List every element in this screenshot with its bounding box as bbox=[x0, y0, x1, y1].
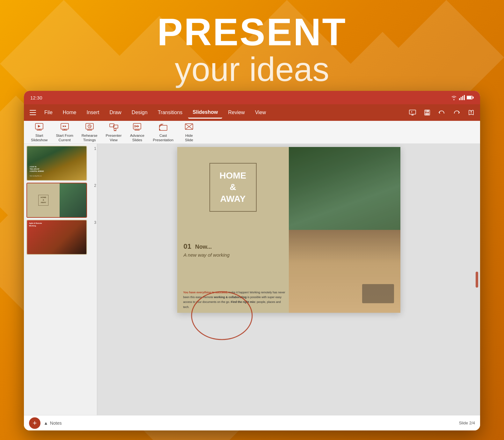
cast-presentation-icon bbox=[158, 122, 168, 132]
slide-subtitle: A new way of working bbox=[184, 252, 230, 258]
start-slideshow-label: StartSlideshow bbox=[31, 134, 47, 143]
svg-rect-14 bbox=[461, 97, 462, 100]
undo-icon[interactable] bbox=[436, 107, 448, 118]
redo-icon[interactable] bbox=[451, 107, 462, 118]
add-slide-button[interactable]: + bbox=[29, 417, 40, 429]
rehearse-timings-icon bbox=[84, 122, 95, 132]
advance-slides-icon bbox=[132, 122, 142, 132]
notes-label-text: Notes bbox=[50, 421, 62, 426]
hide-slide-button[interactable]: HideSlide bbox=[178, 120, 200, 144]
scroll-handle[interactable] bbox=[476, 272, 478, 288]
main-slide-content: HOME & AWAY 01 Now... A new way of worki… bbox=[177, 147, 400, 313]
slide-view: HOME & AWAY 01 Now... A new way of worki… bbox=[97, 144, 480, 415]
svg-marker-32 bbox=[63, 125, 64, 127]
menu-bar: File Home Insert Draw Design Transitions… bbox=[24, 104, 480, 121]
hero-subtitle: your ideas bbox=[0, 51, 504, 88]
slide-thumb-3[interactable]: 3 Agile & RemoteWorking bbox=[26, 220, 94, 255]
svg-rect-18 bbox=[467, 96, 471, 99]
menu-tab-slideshow[interactable]: Slideshow bbox=[188, 107, 222, 119]
device-frame: 12:30 bbox=[24, 91, 480, 430]
slide-subtitle-wrapper: A new way of working bbox=[184, 252, 230, 258]
svg-rect-50 bbox=[135, 130, 140, 130]
svg-rect-20 bbox=[409, 110, 416, 114]
presenter-view-button[interactable]: PresenterView bbox=[102, 120, 126, 144]
book-icon[interactable] bbox=[465, 107, 477, 118]
slide-left-panel: HOME & AWAY 01 Now... A new way of worki… bbox=[177, 147, 289, 313]
notes-toggle[interactable]: ▲ Notes bbox=[44, 421, 62, 426]
menu-tab-transitions[interactable]: Transitions bbox=[153, 107, 187, 118]
presenter-view-icon bbox=[109, 122, 119, 132]
menu-tab-design[interactable]: Design bbox=[127, 107, 152, 118]
hero-title: PRESENT bbox=[0, 13, 504, 51]
slide-img-2: HOME&AWAY bbox=[26, 183, 87, 218]
slide-section-header: 01 Now... bbox=[184, 242, 212, 251]
menu-tab-draw[interactable]: Draw bbox=[105, 107, 126, 118]
svg-rect-24 bbox=[425, 113, 429, 115]
svg-marker-33 bbox=[65, 125, 66, 127]
body-highlight: You have everything to succeed, bbox=[183, 291, 228, 294]
svg-line-39 bbox=[90, 126, 91, 127]
save-icon[interactable] bbox=[421, 107, 433, 118]
slides-panel: 1 A DAY INTHE LIFE OFA DIGITAL NOMADVisi… bbox=[24, 144, 97, 415]
presenter-view-label: PresenterView bbox=[106, 134, 122, 143]
body-bold1: working & bbox=[214, 296, 228, 299]
slide-title-box: HOME & AWAY bbox=[209, 163, 257, 212]
start-from-current-button[interactable]: Start FromCurrent bbox=[52, 120, 77, 144]
menu-tab-file[interactable]: File bbox=[40, 107, 57, 118]
svg-rect-13 bbox=[459, 98, 460, 100]
notes-arrow-icon: ▲ bbox=[44, 421, 48, 426]
start-slideshow-button[interactable]: StartSlideshow bbox=[27, 120, 51, 144]
slide-num-1: 1 bbox=[94, 146, 96, 151]
slide-num-3: 3 bbox=[94, 220, 96, 225]
svg-marker-28 bbox=[38, 125, 40, 128]
slide-img-3: Agile & RemoteWorking bbox=[26, 220, 87, 255]
body-mid: collaborating bbox=[229, 296, 247, 299]
advance-slides-button[interactable]: AdvanceSlides bbox=[126, 120, 148, 144]
battery-icon bbox=[467, 95, 474, 100]
slide-num-2: 2 bbox=[94, 183, 96, 188]
hide-slide-label: HideSlide bbox=[185, 134, 193, 143]
status-bar: 12:30 bbox=[24, 91, 480, 104]
svg-rect-34 bbox=[62, 130, 67, 130]
svg-rect-19 bbox=[473, 97, 474, 99]
slide-title-line1: HOME bbox=[220, 170, 246, 181]
body-bold2: Find the right mix: bbox=[231, 300, 256, 304]
menu-tab-insert[interactable]: Insert bbox=[82, 107, 104, 118]
svg-point-52 bbox=[159, 129, 160, 130]
svg-rect-40 bbox=[87, 130, 92, 130]
present-mode-icon[interactable] bbox=[407, 107, 418, 118]
hamburger-menu[interactable] bbox=[27, 107, 39, 118]
slide-thumb-2[interactable]: 2 HOME&AWAY bbox=[26, 183, 94, 218]
toolbar: StartSlideshow Start FromCurrent bbox=[24, 121, 480, 144]
slide-counter: Slide 2/4 bbox=[459, 421, 475, 425]
slide-title-line2: & bbox=[220, 181, 246, 193]
slide-body-section: You have everything to succeed, make it … bbox=[182, 290, 287, 310]
slide-body-text: You have everything to succeed, make it … bbox=[182, 290, 287, 310]
time-display: 12:30 bbox=[30, 95, 42, 100]
svg-rect-29 bbox=[37, 130, 42, 130]
cast-presentation-button[interactable]: CastPresentation bbox=[149, 120, 177, 144]
slide-thumb-1[interactable]: 1 A DAY INTHE LIFE OFA DIGITAL NOMADVisi… bbox=[26, 146, 94, 181]
rehearse-timings-button[interactable]: RehearseTimings bbox=[78, 120, 101, 144]
slide-img-1: A DAY INTHE LIFE OFA DIGITAL NOMADVisit … bbox=[26, 146, 87, 181]
menu-tab-home[interactable]: Home bbox=[58, 107, 81, 118]
rehearse-timings-label: RehearseTimings bbox=[82, 134, 98, 143]
status-icons bbox=[451, 95, 474, 100]
signal-icon bbox=[459, 95, 465, 100]
photo-overlay bbox=[289, 147, 400, 313]
hide-slide-icon bbox=[184, 122, 194, 132]
menu-tab-review[interactable]: Review bbox=[223, 107, 249, 118]
start-from-current-label: Start FromCurrent bbox=[56, 134, 73, 143]
slide-section-num: 01 bbox=[184, 242, 191, 251]
cast-presentation-label: CastPresentation bbox=[153, 134, 173, 143]
slide-title-line3: AWAY bbox=[220, 193, 246, 205]
menu-right-icons bbox=[407, 107, 477, 118]
svg-rect-16 bbox=[464, 95, 465, 100]
slide-section-label: Now... bbox=[195, 244, 212, 250]
start-slideshow-icon bbox=[34, 122, 44, 132]
main-content: 1 A DAY INTHE LIFE OFA DIGITAL NOMADVisi… bbox=[24, 144, 480, 415]
hero-section: PRESENT your ideas bbox=[0, 13, 504, 88]
menu-tab-view[interactable]: View bbox=[251, 107, 270, 118]
svg-marker-49 bbox=[137, 125, 139, 128]
svg-rect-25 bbox=[427, 110, 427, 112]
